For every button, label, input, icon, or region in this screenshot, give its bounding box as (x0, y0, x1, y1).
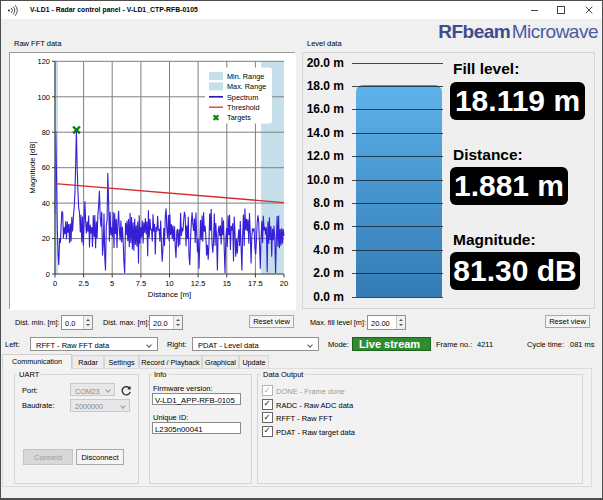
svg-text:60: 60 (42, 163, 50, 172)
svg-text:Spectrum: Spectrum (227, 93, 258, 102)
svg-text:100: 100 (37, 93, 50, 102)
svg-text:Threshold: Threshold (227, 103, 259, 112)
svg-text:15: 15 (223, 279, 231, 288)
svg-text:Targets: Targets (227, 113, 251, 122)
svg-text:20: 20 (42, 234, 50, 243)
svg-text:10: 10 (165, 279, 173, 288)
svg-text:5: 5 (110, 279, 114, 288)
svg-text:120: 120 (37, 57, 50, 66)
svg-text:80: 80 (42, 128, 50, 137)
svg-text:7.5: 7.5 (136, 279, 146, 288)
svg-text:12.5: 12.5 (191, 279, 206, 288)
svg-text:Magnitude [dB]: Magnitude [dB] (28, 141, 37, 193)
svg-text:0: 0 (53, 279, 57, 288)
svg-text:17.5: 17.5 (248, 279, 263, 288)
svg-text:20: 20 (280, 279, 288, 288)
svg-text:2.5: 2.5 (78, 279, 88, 288)
svg-text:Max. Range: Max. Range (227, 82, 266, 91)
svg-text:40: 40 (42, 199, 50, 208)
svg-text:Distance [m]: Distance [m] (148, 290, 191, 299)
svg-text:0: 0 (46, 270, 50, 279)
svg-text:Min. Range: Min. Range (227, 72, 264, 81)
